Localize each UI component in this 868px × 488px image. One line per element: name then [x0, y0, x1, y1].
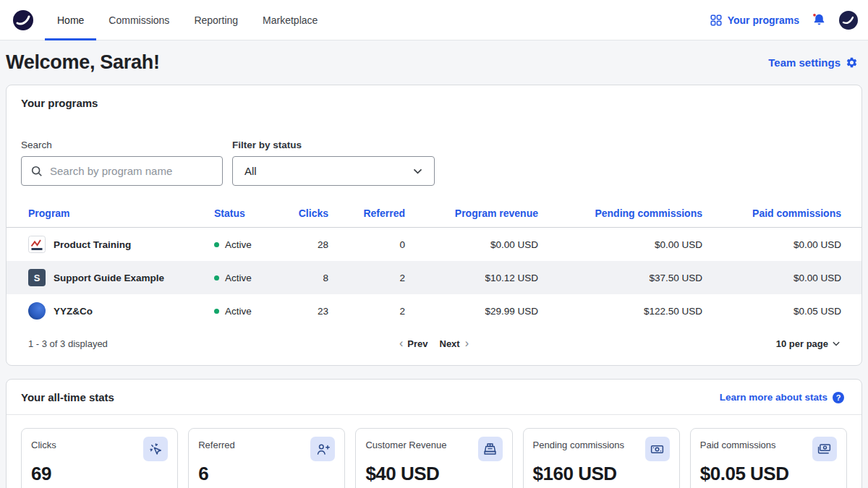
clicks-cell: 23 — [286, 306, 328, 317]
stat-card-top: Clicks — [31, 437, 168, 461]
referred-cell: 2 — [328, 306, 405, 317]
search-input[interactable] — [50, 165, 215, 177]
nav-item-commissions[interactable]: Commissions — [96, 0, 182, 40]
stat-label: Pending commissions — [533, 437, 624, 450]
table-footer: 1 - 3 of 3 displayed ‹ Prev Next › 10 pe… — [7, 328, 861, 365]
search-control: Search — [21, 140, 223, 186]
program-name-cell: YYZ&Co — [28, 302, 214, 320]
learn-more-label: Learn more about stats — [720, 392, 827, 403]
filter-control: Filter by status All — [232, 140, 435, 186]
program-logo-icon — [28, 236, 46, 253]
clicks-cell: 28 — [286, 239, 328, 250]
brand-logo-icon — [13, 10, 33, 30]
column-header: Referred — [328, 207, 405, 219]
status-filter-value: All — [244, 165, 257, 177]
cash-register-icon — [478, 437, 503, 461]
column-header: Program — [28, 207, 214, 219]
next-button[interactable]: Next — [440, 338, 460, 349]
program-name-cell: Product Training — [28, 236, 214, 253]
top-navbar: HomeCommissionsReportingMarketplace Your… — [0, 0, 868, 40]
stat-label: Clicks — [31, 437, 56, 450]
notifications-bell-icon[interactable] — [812, 12, 827, 27]
stat-label: Paid commissions — [700, 437, 776, 450]
status-label: Active — [225, 306, 252, 317]
column-header: Pending commissions — [538, 207, 702, 219]
referred-cell: 2 — [328, 273, 405, 283]
programs-card: Your programs Search Filter by status Al… — [6, 85, 862, 366]
status-cell: Active — [214, 273, 286, 283]
status-dot-icon — [214, 309, 219, 314]
pending-commissions-cell: $122.50 USD — [538, 306, 702, 317]
per-page-select[interactable]: 10 per page — [776, 338, 840, 349]
stats-card-header: Your all-time stats Learn more about sta… — [7, 380, 861, 415]
column-header: Status — [214, 207, 286, 219]
your-programs-label: Your programs — [728, 14, 799, 26]
programs-card-title: Your programs — [7, 97, 861, 109]
main-nav: HomeCommissionsReportingMarketplace — [45, 0, 330, 40]
your-programs-link[interactable]: Your programs — [710, 14, 799, 27]
program-name: YYZ&Co — [54, 306, 93, 317]
program-name: Support Guide Example — [54, 273, 164, 283]
nav-item-marketplace[interactable]: Marketplace — [250, 0, 330, 40]
team-settings-label: Team settings — [768, 56, 841, 69]
stat-card-customer-revenue: Customer Revenue$40 USDAll time — [355, 428, 512, 488]
click-icon — [143, 437, 168, 461]
program-row[interactable]: YYZ&CoActive232$29.99 USD$122.50 USD$0.0… — [7, 294, 861, 328]
paid-commissions-cell: $0.00 USD — [702, 239, 841, 250]
team-settings-link[interactable]: Team settings — [768, 56, 858, 69]
status-label: Active — [225, 273, 252, 283]
program-name-cell: SSupport Guide Example — [28, 269, 214, 286]
learn-more-link[interactable]: Learn more about stats ? — [720, 392, 844, 403]
avatar[interactable] — [839, 11, 858, 30]
stat-card-paid-commissions: Paid commissions$0.05 USDAll time — [690, 428, 847, 488]
clicks-cell: 8 — [286, 273, 328, 283]
status-cell: Active — [214, 239, 286, 250]
status-dot-icon — [214, 242, 219, 247]
stat-label: Referred — [198, 437, 235, 450]
chevron-down-icon — [413, 168, 422, 174]
stat-value: $40 USD — [365, 463, 502, 485]
next-chevron-icon: › — [465, 338, 469, 349]
referred-cell: 0 — [328, 239, 405, 250]
stat-card-top: Pending commissions — [533, 437, 670, 461]
page-header: Welcome, Sarah! Team settings — [0, 40, 868, 85]
pagination-summary: 1 - 3 of 3 displayed — [28, 338, 399, 349]
pending-commissions-cell: $0.00 USD — [538, 239, 702, 250]
column-header: Paid commissions — [702, 207, 841, 219]
filter-label: Filter by status — [232, 140, 435, 150]
search-box — [21, 156, 223, 186]
status-cell: Active — [214, 306, 286, 317]
status-filter-select[interactable]: All — [232, 156, 435, 186]
program-revenue-cell: $29.99 USD — [405, 306, 538, 317]
per-page-label: 10 per page — [776, 338, 828, 349]
stat-card-top: Customer Revenue — [365, 437, 502, 461]
search-label: Search — [21, 140, 223, 150]
stat-card-referred: Referred6All time — [188, 428, 345, 488]
pending-commissions-cell: $37.50 USD — [538, 273, 702, 283]
person-add-icon — [310, 437, 335, 461]
prev-button[interactable]: Prev — [407, 338, 427, 349]
program-row[interactable]: Product TrainingActive280$0.00 USD$0.00 … — [7, 228, 861, 261]
gear-icon — [846, 56, 858, 69]
stats-row: Clicks69All timeReferred6All timeCustome… — [7, 415, 861, 488]
programs-table-body: Product TrainingActive280$0.00 USD$0.00 … — [7, 228, 861, 328]
program-row[interactable]: SSupport Guide ExampleActive82$10.12 USD… — [7, 261, 861, 294]
money-paid-icon — [812, 437, 837, 461]
search-icon — [30, 165, 43, 178]
stats-card: Your all-time stats Learn more about sta… — [6, 379, 862, 488]
column-header: Program revenue — [405, 207, 538, 219]
program-logo-icon — [28, 302, 46, 320]
brand-logo[interactable] — [13, 10, 33, 30]
nav-item-home[interactable]: Home — [45, 0, 96, 40]
program-revenue-cell: $10.12 USD — [405, 273, 538, 283]
nav-item-reporting[interactable]: Reporting — [182, 0, 250, 40]
prev-chevron-icon: ‹ — [399, 338, 403, 349]
help-icon: ? — [833, 392, 844, 403]
stat-card-pending-commissions: Pending commissions$160 USDAll time — [523, 428, 680, 488]
nav-right: Your programs — [710, 11, 858, 30]
page-title: Welcome, Sarah! — [6, 51, 160, 74]
table-controls: Search Filter by status All — [21, 140, 847, 186]
paid-commissions-cell: $0.05 USD — [702, 306, 841, 317]
column-header: Clicks — [286, 207, 328, 219]
stat-card-clicks: Clicks69All time — [21, 428, 178, 488]
